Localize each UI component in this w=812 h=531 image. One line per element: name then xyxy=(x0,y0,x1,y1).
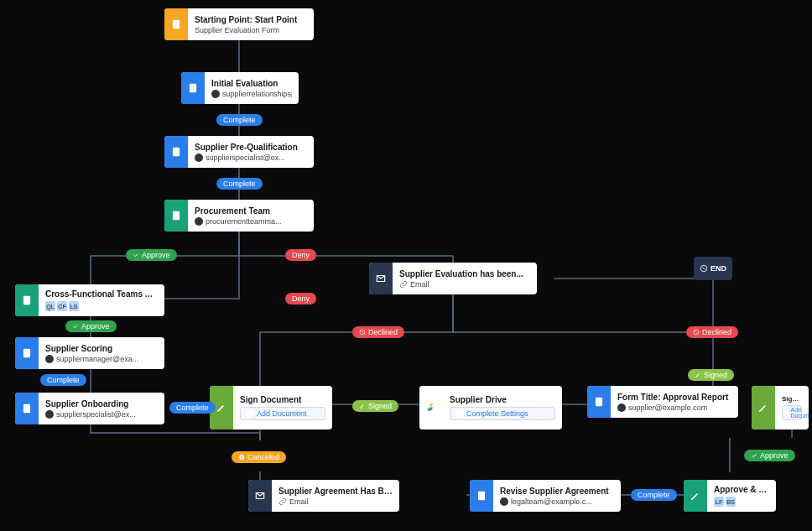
node-title: Initial Evaluation xyxy=(211,79,292,88)
avatar-group: LFBS xyxy=(714,497,769,507)
node-title: Supplier Agreement Has Bee... xyxy=(278,487,393,496)
pill-declined: Declined xyxy=(686,326,738,338)
node-title: Supplier Scoring xyxy=(45,344,158,353)
node-subtitle: Supplier Evaluation Form xyxy=(195,26,307,34)
task-icon xyxy=(164,200,188,232)
svg-rect-6 xyxy=(23,404,30,414)
node-subtitle: supplierrelationshipsp... xyxy=(211,90,292,98)
node-title: Approve & Sign xyxy=(714,485,769,494)
node-title: Starting Point: Start Point xyxy=(195,15,307,24)
node-end[interactable]: END xyxy=(694,257,732,280)
cancel-icon xyxy=(693,329,700,336)
check-icon xyxy=(751,452,757,459)
pill-complete: Complete xyxy=(216,114,263,126)
node-initial-evaluation[interactable]: Initial Evaluationsupplierrelationshipsp… xyxy=(181,72,299,104)
node-title: Revise Supplier Agreement xyxy=(500,487,614,496)
drive-icon xyxy=(419,386,443,429)
link-icon xyxy=(399,280,408,289)
node-revise-agreement[interactable]: Revise Supplier Agreementlegalteam@examp… xyxy=(470,480,621,512)
svg-rect-0 xyxy=(173,20,180,29)
avatar-icon xyxy=(195,217,203,226)
node-title: Cross-Functional Teams App... xyxy=(45,289,158,299)
node-subtitle: supplier@example.com xyxy=(617,403,731,412)
pen-icon xyxy=(359,403,366,409)
node-title: Supplier Evaluation has been... xyxy=(399,269,530,279)
node-subtitle: legalteam@example.c... xyxy=(500,497,614,506)
node-title: Supplier Drive xyxy=(450,395,555,404)
link-icon xyxy=(278,497,287,506)
node-supplier-scoring[interactable]: Supplier Scoringsuppliermanager@exa... xyxy=(15,337,164,369)
pill-complete: Complete xyxy=(631,489,677,501)
check-icon xyxy=(72,323,79,330)
pill-signed: Signed xyxy=(688,369,734,381)
node-form-title[interactable]: Form Title: Approval Reportsupplier@exam… xyxy=(587,386,738,418)
form-icon xyxy=(164,8,188,40)
node-title: Sign Document xyxy=(240,395,325,404)
node-subtitle: supplierspecialist@ex... xyxy=(195,154,307,162)
email-icon xyxy=(369,263,393,294)
stop-icon xyxy=(700,264,708,273)
pill-complete: Complete xyxy=(216,178,263,190)
task-icon xyxy=(15,337,39,369)
add-document-button[interactable]: +Add Document xyxy=(782,405,802,420)
node-title: Form Title: Approval Report xyxy=(617,393,731,402)
pill-deny: Deny xyxy=(285,293,316,305)
node-sign-document-1[interactable]: Sign Document +Add Document xyxy=(210,386,332,429)
svg-rect-9 xyxy=(478,492,485,501)
complete-settings-button[interactable]: !Complete Settings xyxy=(450,407,555,420)
x-icon xyxy=(238,454,245,461)
pill-approve: Approve xyxy=(744,450,795,461)
sign-icon xyxy=(684,480,707,512)
svg-rect-4 xyxy=(23,296,30,305)
task-icon xyxy=(164,136,188,168)
node-title: Procurement Team xyxy=(195,206,307,216)
pill-deny: Deny xyxy=(285,249,316,261)
add-document-button[interactable]: +Add Document xyxy=(240,407,325,420)
node-subtitle: procurementteamma... xyxy=(195,217,307,226)
cancel-icon xyxy=(359,329,366,336)
node-supplier-onboarding[interactable]: Supplier Onboardingsupplierspecialist@ex… xyxy=(15,393,164,424)
node-title: Sign Document xyxy=(782,395,802,403)
avatar-icon xyxy=(211,90,220,98)
pill-complete: Complete xyxy=(40,374,86,386)
pill-canceled: Canceled xyxy=(232,451,286,463)
node-sign-document-2[interactable]: Sign Document +Add Document xyxy=(752,386,809,429)
node-subtitle: Email xyxy=(278,497,393,506)
node-subtitle: suppliermanager@exa... xyxy=(45,355,158,363)
node-subtitle: supplierspecialist@ex... xyxy=(45,410,158,419)
sign-icon xyxy=(752,386,775,429)
avatar-icon xyxy=(500,497,508,506)
node-supplier-agreement-email[interactable]: Supplier Agreement Has Bee...Email xyxy=(248,480,399,512)
task-icon xyxy=(15,284,39,316)
email-icon xyxy=(248,480,272,512)
node-start[interactable]: Starting Point: Start PointSupplier Eval… xyxy=(164,8,314,40)
svg-rect-5 xyxy=(23,349,30,358)
node-title: Supplier Onboarding xyxy=(45,399,158,409)
node-procurement-team[interactable]: Procurement Teamprocurementteamma... xyxy=(164,200,314,232)
pen-icon xyxy=(695,372,701,378)
pill-approve: Approve xyxy=(65,320,117,332)
svg-rect-8 xyxy=(596,398,602,407)
avatar-icon xyxy=(45,410,54,419)
check-icon xyxy=(133,252,139,258)
pill-signed: Signed xyxy=(352,400,398,412)
avatar-icon xyxy=(195,154,203,162)
form-icon xyxy=(587,386,611,418)
svg-rect-3 xyxy=(173,211,180,221)
pill-complete: Complete xyxy=(169,402,216,414)
node-approve-sign[interactable]: Approve & Sign LFBS xyxy=(684,480,776,512)
avatar-icon xyxy=(617,403,626,412)
node-pre-qualification[interactable]: Supplier Pre-Qualificationsupplierspecia… xyxy=(164,136,314,168)
task-icon xyxy=(181,72,205,104)
node-title: Supplier Pre-Qualification xyxy=(195,143,307,152)
svg-rect-2 xyxy=(173,148,180,157)
pill-declined: Declined xyxy=(352,326,404,338)
node-supplier-drive[interactable]: Supplier Drive !Complete Settings xyxy=(419,386,562,429)
node-supplier-evaluation-email[interactable]: Supplier Evaluation has been...Email xyxy=(369,263,537,294)
pill-approve: Approve xyxy=(126,249,177,261)
svg-rect-1 xyxy=(190,84,196,93)
node-subtitle: Email xyxy=(399,280,530,289)
task-icon xyxy=(470,480,493,512)
node-cross-functional[interactable]: Cross-Functional Teams App... QLCFLS xyxy=(15,284,164,316)
task-icon xyxy=(15,393,39,424)
